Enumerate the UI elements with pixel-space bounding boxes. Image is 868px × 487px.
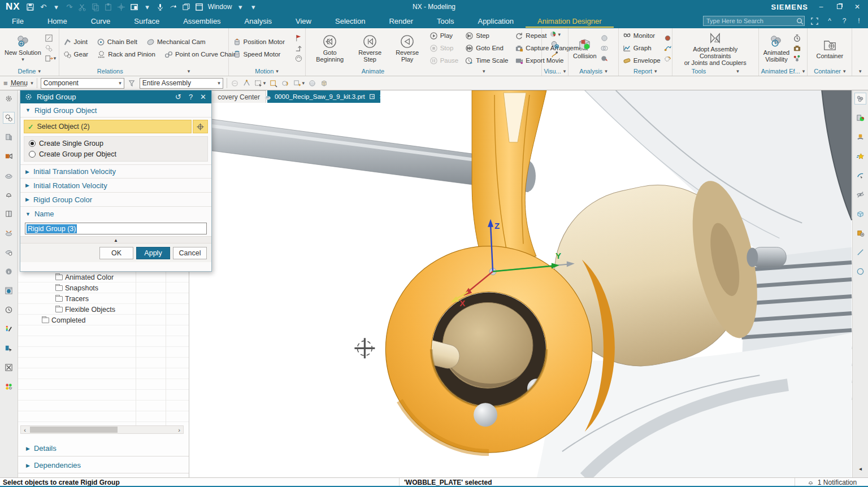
scroll-thumb[interactable] [30, 427, 118, 433]
edit-object-icon[interactable] [854, 131, 866, 143]
tab-application[interactable]: Application [466, 15, 526, 28]
notification-alert-icon[interactable]: ! [854, 17, 863, 25]
rigid-group-color-section[interactable]: ▶Rigid Group Color [20, 193, 211, 207]
mechanical-cam-button[interactable]: Mechanical Cam [145, 37, 207, 47]
time-scale-button[interactable]: Time Scale [463, 55, 510, 66]
goto-end-button[interactable]: Goto End [463, 43, 510, 54]
tab-close-icon[interactable]: ✕ [379, 93, 384, 101]
animate-gallery-icon[interactable]: ▾ [483, 68, 485, 74]
tab-surface[interactable]: Surface [122, 15, 171, 28]
capture-dropdown-icon[interactable]: ▾ [143, 2, 152, 11]
tools-gallery-icon[interactable]: ▾ [736, 68, 739, 74]
tree-item-snapshots[interactable]: Snapshots [18, 282, 189, 293]
tree-item-completed[interactable]: Completed [18, 315, 189, 325]
help-icon[interactable]: ? [840, 17, 849, 25]
undo-dropdown-icon[interactable]: ▾ [52, 2, 61, 11]
report-gallery-icon[interactable]: ▾ [654, 68, 657, 74]
solution-settings-icon[interactable] [45, 34, 53, 42]
assembly-navigator-icon[interactable] [3, 131, 15, 143]
tab-analysis[interactable]: Analysis [233, 15, 284, 28]
report-export-icon[interactable] [663, 54, 672, 63]
circle-tool-icon[interactable] [854, 266, 866, 277]
tab-active-part[interactable]: 0000_Recip_Saw_9_9_kit.3.prt ✕ [267, 90, 380, 103]
initial-rotation-velocity-section[interactable]: ▶Initial Rotation Velocity [20, 179, 211, 193]
ribbon-overflow-icon[interactable]: ▾ [859, 68, 862, 74]
animated-timer-icon[interactable] [793, 34, 801, 42]
motor-flag-icon[interactable] [294, 34, 303, 42]
container-button[interactable]: Container [814, 37, 846, 60]
graphics-window[interactable]: Z Y X [189, 90, 852, 477]
chain-belt-button[interactable]: Chain Belt [95, 37, 139, 47]
gear-button[interactable]: Gear [62, 49, 90, 60]
mechanism-navigator-icon[interactable] [3, 169, 15, 181]
dialog-collapse-strip[interactable]: ▲ [20, 236, 211, 244]
history-clock-icon[interactable] [3, 304, 15, 316]
animated-capture-icon[interactable] [793, 44, 801, 53]
tab-selection[interactable]: Selection [323, 15, 377, 28]
restore-button[interactable] [834, 3, 844, 11]
favorites-star-icon[interactable] [854, 150, 866, 162]
customize-tools-icon[interactable] [3, 362, 15, 373]
tab-curve[interactable]: Curve [79, 15, 123, 28]
add-component-icon[interactable] [854, 227, 866, 239]
motion-gallery-icon[interactable]: ▾ [276, 68, 279, 74]
reverse-play-button[interactable]: Reverse Play [390, 33, 424, 63]
rotate-view-icon[interactable] [281, 79, 289, 88]
new-solution-button[interactable]: New Solution ▾ [2, 33, 44, 63]
play-button[interactable]: Play [428, 31, 461, 41]
minimize-ribbon-icon[interactable]: ^ [825, 17, 834, 25]
dialog-title-bar[interactable]: Rigid Group ↺ ? ✕ [20, 90, 211, 103]
report-sphere-icon[interactable] [663, 34, 672, 42]
collision-button[interactable]: Collision [571, 37, 599, 60]
tab-assemblies[interactable]: Assemblies [171, 15, 232, 28]
touch-mode-icon[interactable] [169, 2, 178, 11]
capture-image-icon[interactable] [130, 2, 139, 11]
relations-gallery-icon[interactable]: ▾ [188, 68, 190, 74]
animation-designer-navigator-icon[interactable] [3, 112, 15, 124]
selection-filter-icon[interactable] [128, 79, 136, 88]
analysis-gallery-icon[interactable]: ▾ [605, 68, 607, 74]
collision-pair-icon[interactable] [600, 44, 609, 53]
sketch-tools-icon[interactable] [854, 169, 866, 181]
tab-render[interactable]: Render [377, 15, 425, 28]
graph-button[interactable]: Graph [621, 43, 662, 54]
tab-home[interactable]: Home [36, 15, 79, 28]
menu-button[interactable]: ≡ Menu ▾ [3, 79, 33, 88]
constraint-navigator-icon[interactable] [3, 150, 15, 162]
search-input[interactable] [704, 18, 796, 24]
info-icon[interactable] [3, 266, 15, 277]
trace-path-icon[interactable] [550, 50, 559, 59]
wireframe-view-icon[interactable] [320, 79, 328, 88]
close-button[interactable]: ✕ [852, 3, 862, 11]
radio-create-single-group[interactable]: Create Single Group [29, 140, 203, 147]
adopt-assembly-constraints-button[interactable]: Adopt Assembly Constraints or Joints and… [675, 30, 756, 67]
selection-filter-combo[interactable]: Entire Assembly▾ [140, 78, 223, 89]
animated-pie-icon[interactable] [549, 30, 558, 38]
details-section-header[interactable]: ▶Details [18, 441, 189, 456]
dialog-close-icon[interactable]: ✕ [199, 93, 207, 101]
envelope-button[interactable]: Envelope [621, 55, 662, 66]
tab-file[interactable]: File [0, 15, 36, 28]
minimize-button[interactable]: – [816, 3, 826, 11]
tab-view[interactable]: View [284, 15, 323, 28]
motion-step-icon[interactable] [294, 44, 303, 53]
line-tool-icon[interactable] [854, 246, 866, 258]
tab-animation-designer[interactable]: Animation Designer [526, 15, 613, 28]
fullscreen-icon[interactable] [810, 17, 819, 25]
visual-report-icon[interactable] [854, 112, 866, 124]
hide-object-icon[interactable] [854, 189, 866, 201]
goto-beginning-button[interactable]: Goto Beginning [310, 33, 350, 63]
shaded-view-icon[interactable] [308, 79, 316, 88]
part-filter-icon[interactable] [3, 342, 15, 354]
selection-scope-combo[interactable]: Component▾ [41, 78, 124, 89]
container-gallery-icon[interactable]: ▾ [843, 68, 846, 74]
scroll-right-arrow[interactable]: › [175, 427, 183, 433]
animated-visibility-button[interactable]: Animated Visibility [761, 33, 792, 63]
library-icon[interactable] [3, 208, 15, 220]
motion-curve-icon[interactable] [294, 54, 303, 63]
role-balls-icon[interactable] [3, 381, 15, 393]
snap-point-icon[interactable] [242, 79, 251, 88]
define-more-dropdown-icon[interactable]: ▾ [54, 55, 57, 61]
name-section[interactable]: ▼Name [20, 207, 211, 221]
rack-and-pinion-button[interactable]: Rack and Pinion [96, 49, 157, 60]
